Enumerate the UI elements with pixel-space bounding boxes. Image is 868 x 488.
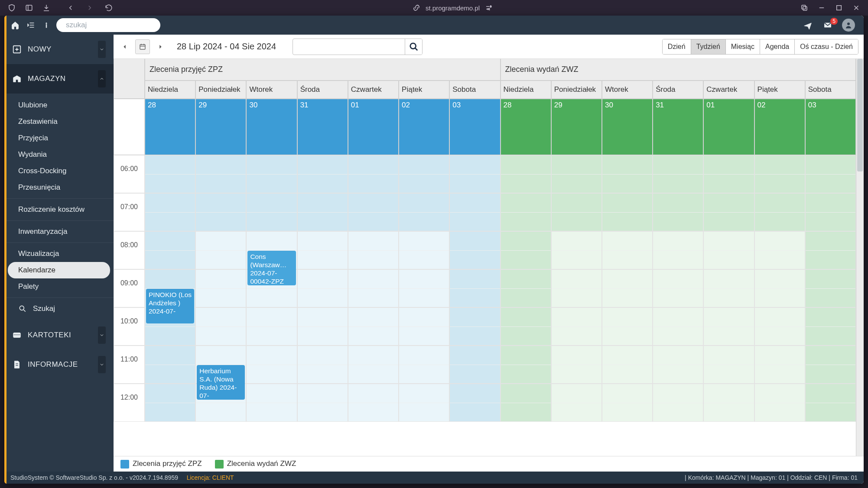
sidebar-item-rozliczenie[interactable]: Rozliczenie kosztów: [8, 201, 110, 218]
time-slot[interactable]: [399, 307, 449, 346]
window-close-icon[interactable]: [852, 4, 860, 12]
time-slot[interactable]: [602, 269, 653, 307]
time-slot[interactable]: [653, 155, 703, 193]
time-slot[interactable]: [449, 384, 500, 422]
allday-cell[interactable]: 01: [348, 99, 399, 155]
view-agenda[interactable]: Agenda: [760, 39, 794, 54]
time-slot[interactable]: [449, 307, 500, 346]
view-timeline-day[interactable]: Oś czasu - Dzień: [794, 39, 858, 54]
time-slot[interactable]: [551, 307, 602, 346]
window-maximize-icon[interactable]: [835, 4, 843, 12]
time-slot[interactable]: [501, 384, 551, 422]
allday-cell[interactable]: 31: [653, 99, 703, 155]
time-slot[interactable]: [501, 231, 551, 269]
allday-cell[interactable]: 30: [602, 99, 653, 155]
time-slot[interactable]: [246, 307, 297, 346]
time-slot[interactable]: [145, 384, 195, 422]
browser-url[interactable]: st.programdemo.pl: [426, 4, 480, 12]
calendar-event[interactable]: Herbarium S.A. (Nowa Ruda) 2024-07-: [197, 365, 245, 400]
time-slot[interactable]: [145, 231, 195, 269]
time-slot[interactable]: [501, 307, 551, 346]
back-icon[interactable]: [67, 4, 75, 12]
view-week[interactable]: Tydzień: [691, 39, 725, 54]
time-slot[interactable]: [145, 346, 195, 384]
time-slot[interactable]: [703, 346, 754, 384]
time-slot[interactable]: [754, 384, 805, 422]
sidebar-item-zestawienia[interactable]: Zestawienia: [8, 113, 110, 130]
view-day[interactable]: Dzień: [663, 39, 691, 54]
time-slot[interactable]: [754, 231, 805, 269]
view-month[interactable]: Miesiąc: [725, 39, 760, 54]
time-slot[interactable]: [348, 384, 399, 422]
time-slot[interactable]: [501, 193, 551, 231]
global-search[interactable]: [56, 18, 160, 32]
allday-cell[interactable]: 03: [449, 99, 500, 155]
time-slot[interactable]: [449, 193, 500, 231]
sidebar-item-wydania[interactable]: Wydania: [8, 146, 110, 163]
time-slot[interactable]: [348, 346, 399, 384]
time-slot[interactable]: [399, 193, 449, 231]
prev-week-button[interactable]: [119, 41, 131, 53]
time-slot[interactable]: PINOKIO (Los Andżeles ) 2024-07-: [145, 269, 195, 307]
time-slot[interactable]: [246, 384, 297, 422]
time-slot[interactable]: [602, 193, 653, 231]
sidebar-item-wizualizacja[interactable]: Wizualizacja: [8, 246, 110, 262]
time-slot[interactable]: [602, 346, 653, 384]
time-slot[interactable]: [602, 155, 653, 193]
time-slot[interactable]: [297, 193, 348, 231]
time-slot[interactable]: [754, 307, 805, 346]
time-slot[interactable]: [805, 346, 856, 384]
time-slot[interactable]: [348, 269, 399, 307]
time-slot[interactable]: [195, 231, 246, 269]
sidebar-section-informacje[interactable]: INFORMACJE: [4, 350, 114, 379]
time-slot[interactable]: [501, 155, 551, 193]
time-slot[interactable]: [653, 269, 703, 307]
sidebar-section-magazyn[interactable]: MAGAZYN: [4, 64, 114, 94]
time-slot[interactable]: [195, 193, 246, 231]
next-week-button[interactable]: [154, 41, 166, 53]
time-slot[interactable]: [195, 269, 246, 307]
sidebar-section-kartoteki[interactable]: KARTOTEKI: [4, 320, 114, 350]
reload-icon[interactable]: [105, 4, 113, 12]
time-slot[interactable]: [297, 155, 348, 193]
time-slot[interactable]: Cons (Warszaw… 2024-07-00042-ZPZ: [246, 231, 297, 269]
time-slot[interactable]: [399, 384, 449, 422]
allday-cell[interactable]: 29: [195, 99, 246, 155]
sidebar-item-inwentaryzacja[interactable]: Inwentaryzacja: [8, 223, 110, 240]
time-slot[interactable]: [246, 155, 297, 193]
time-slot[interactable]: [449, 155, 500, 193]
sidebar-item-palety[interactable]: Palety: [8, 278, 110, 295]
time-slot[interactable]: [551, 193, 602, 231]
sidebar-item-szukaj[interactable]: Szukaj: [8, 301, 110, 317]
time-slot[interactable]: [399, 231, 449, 269]
allday-cell[interactable]: 28: [501, 99, 551, 155]
sidebar-item-kalendarze[interactable]: Kalendarze: [8, 262, 110, 278]
time-slot[interactable]: [195, 155, 246, 193]
time-slot[interactable]: [754, 193, 805, 231]
allday-cell[interactable]: 01: [703, 99, 754, 155]
time-slot[interactable]: [551, 231, 602, 269]
sidebar-item-ulubione[interactable]: Ulubione: [8, 97, 110, 113]
download-icon[interactable]: [42, 4, 50, 12]
time-slot[interactable]: [449, 346, 500, 384]
time-slot[interactable]: [551, 155, 602, 193]
time-slot[interactable]: [297, 307, 348, 346]
mail-icon[interactable]: 5: [822, 19, 833, 31]
time-slot[interactable]: [348, 155, 399, 193]
time-slot[interactable]: [754, 269, 805, 307]
allday-cell[interactable]: 02: [754, 99, 805, 155]
time-slot[interactable]: [449, 269, 500, 307]
time-slot[interactable]: [348, 307, 399, 346]
time-slot[interactable]: [754, 155, 805, 193]
sidebar-section-nowy[interactable]: NOWY: [4, 35, 114, 64]
time-slot[interactable]: [602, 384, 653, 422]
time-slot[interactable]: Herbarium S.A. (Nowa Ruda) 2024-07-: [195, 346, 246, 384]
time-slot[interactable]: [703, 193, 754, 231]
time-slot[interactable]: [449, 231, 500, 269]
time-slot[interactable]: [348, 231, 399, 269]
time-slot[interactable]: [805, 384, 856, 422]
time-slot[interactable]: [297, 346, 348, 384]
calendar-search[interactable]: [293, 39, 423, 55]
time-slot[interactable]: [653, 384, 703, 422]
time-slot[interactable]: [703, 269, 754, 307]
